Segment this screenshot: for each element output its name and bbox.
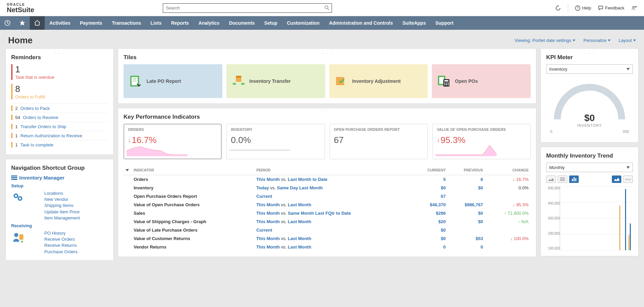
kpi-previous[interactable]: $0	[448, 217, 485, 226]
reminder-item[interactable]: 2Orders to Pack	[11, 103, 108, 113]
nav-item[interactable]: Transactions	[107, 16, 146, 30]
nsg-section-icon	[11, 230, 25, 244]
kpi-previous[interactable]	[448, 192, 485, 200]
kpi-change: ↑ N/A	[485, 217, 531, 226]
chart-type-list[interactable]	[558, 175, 567, 183]
feedback-button[interactable]: Feedback	[598, 5, 624, 11]
search-input[interactable]	[163, 3, 332, 13]
kpi-current[interactable]: $0	[412, 226, 448, 234]
nav-item[interactable]: Reports	[166, 16, 194, 30]
nsg-link[interactable]: Update Item Price	[44, 209, 80, 215]
kpi-card[interactable]: ORDERS ↓16.7%	[124, 124, 222, 159]
nsg-link[interactable]: Locations	[44, 190, 80, 196]
personalize-button[interactable]: Personalize	[583, 38, 610, 43]
svg-marker-9	[20, 20, 25, 26]
kpi-current[interactable]: $46,370	[412, 200, 448, 209]
trend-select[interactable]: Monthly	[546, 163, 633, 172]
svg-rect-18	[19, 234, 23, 240]
kpi-period: Current	[254, 226, 412, 234]
recent-icon[interactable]	[0, 16, 15, 30]
home-icon[interactable]	[30, 16, 45, 30]
search-icon[interactable]	[325, 5, 329, 11]
meter-select[interactable]: Inventory	[546, 64, 633, 74]
help-button[interactable]: ? Help	[575, 5, 591, 11]
drag-handle-icon[interactable]: ⋮⋮⋮	[124, 110, 531, 112]
reminder-item[interactable]: 1Transfer Orders to Ship	[11, 122, 108, 131]
y-axis-label: 100,000	[545, 246, 560, 250]
nsg-link[interactable]: New Vendor	[44, 196, 80, 203]
nav-item[interactable]: Activities	[45, 16, 75, 30]
chart-type-area[interactable]	[546, 175, 556, 183]
menu-icon	[11, 175, 17, 180]
nsg-section-icon	[11, 190, 25, 204]
kpi-label: ORDERS	[128, 127, 217, 132]
nsg-link[interactable]: PO History	[44, 230, 77, 236]
reminder-item[interactable]: 54Orders to Receive	[11, 113, 108, 122]
trend-title: Monthly Inventory Trend	[546, 152, 633, 159]
nav-item[interactable]: SuiteApps	[398, 16, 430, 30]
y-axis-label: 300,000	[545, 216, 560, 220]
caret-down-icon	[573, 40, 575, 41]
kpi-current[interactable]: $0	[412, 234, 448, 243]
drag-handle-icon[interactable]: ⋮⋮⋮	[546, 50, 633, 53]
kpi-current[interactable]: $0	[412, 184, 448, 192]
viewing-selector[interactable]: Viewing: Portlet date settings	[515, 38, 575, 43]
star-icon[interactable]	[15, 16, 30, 30]
kpi-row: Value of Customer Returns This Month vs.…	[124, 234, 531, 243]
nsg-heading[interactable]: Inventory Manager	[11, 175, 108, 181]
layout-button[interactable]: Layout	[619, 38, 636, 43]
tile-label: Late PO Report	[147, 78, 181, 84]
kpi-current[interactable]: 0	[412, 243, 448, 251]
kpi-previous[interactable]: $0	[448, 184, 485, 192]
arrow-down-icon: ↓	[128, 137, 131, 144]
nsg-link[interactable]: Purchase Orders	[44, 249, 77, 255]
kpi-current[interactable]: $286	[412, 209, 448, 217]
kpi-card[interactable]: OPEN PURCHASE ORDERS REPORT 67	[330, 124, 428, 159]
tile[interactable]: Inventory Transfer	[226, 64, 325, 98]
kpi-previous[interactable]: $53	[448, 234, 485, 243]
kpi-previous[interactable]	[448, 226, 485, 234]
nav-shortcut-portlet: Navigation Shortcut Group Inventory Mana…	[5, 159, 114, 261]
svg-rect-25	[236, 76, 241, 78]
drag-handle-icon[interactable]: ⋮⋮⋮	[124, 50, 531, 53]
kpi-current[interactable]: $20	[412, 217, 448, 226]
kpi-current[interactable]: 67	[412, 192, 448, 200]
kpi-current[interactable]: 5	[412, 175, 448, 184]
nsg-link[interactable]: Receive Orders	[44, 236, 77, 242]
chart-compare-a[interactable]	[612, 175, 621, 183]
nav-item[interactable]: Payments	[75, 16, 107, 30]
tile[interactable]: Inventory Adjustment	[329, 64, 428, 98]
kpi-previous[interactable]: 0	[448, 243, 485, 251]
kpi-previous[interactable]: $0	[448, 209, 485, 217]
nav-item[interactable]: Setup	[260, 16, 282, 30]
kpi-previous[interactable]: 6	[448, 175, 485, 184]
kpi-card[interactable]: VALUE OF OPEN PURCHASE ORDERS ↓95.3%	[432, 124, 531, 159]
nav-item[interactable]: Documents	[224, 16, 260, 30]
nsg-link[interactable]: Item Management	[44, 215, 80, 221]
svg-rect-12	[11, 179, 17, 180]
people-icon[interactable]	[631, 5, 637, 11]
sync-icon[interactable]	[555, 5, 561, 11]
kpi-previous[interactable]: $986,767	[448, 200, 485, 209]
nav-item[interactable]: Support	[430, 16, 458, 30]
nsg-link[interactable]: Shipping Items	[44, 203, 80, 209]
nav-item[interactable]: Customization	[282, 16, 324, 30]
chart-compare-b[interactable]	[623, 175, 633, 183]
reminder-item[interactable]: 1Task that is overdue	[11, 64, 108, 80]
reminder-item[interactable]: 8Orders to Fulfill	[11, 84, 108, 99]
nav-item[interactable]: Administration and Controls	[324, 16, 398, 30]
reminder-item[interactable]: 1Task to complete	[11, 140, 108, 149]
logo[interactable]: ORACLE NetSuite	[7, 3, 34, 13]
chart-type-bar[interactable]	[569, 175, 579, 183]
collapse-icon[interactable]	[126, 169, 129, 171]
reminder-item[interactable]: 1Return Authorization to Receive	[11, 131, 108, 140]
kpi-indicator: Orders	[132, 175, 254, 184]
tile[interactable]: Late PO Report	[124, 64, 222, 98]
kpi-card[interactable]: INVENTORY 0.0%	[226, 124, 325, 159]
nav-item[interactable]: Lists	[146, 16, 166, 30]
tile-icon	[437, 74, 451, 89]
drag-handle-icon[interactable]: ⋮⋮⋮	[11, 50, 108, 53]
nsg-link[interactable]: Receive Returns	[44, 242, 77, 249]
nav-item[interactable]: Analytics	[194, 16, 224, 30]
tile[interactable]: Open POs	[432, 64, 531, 98]
